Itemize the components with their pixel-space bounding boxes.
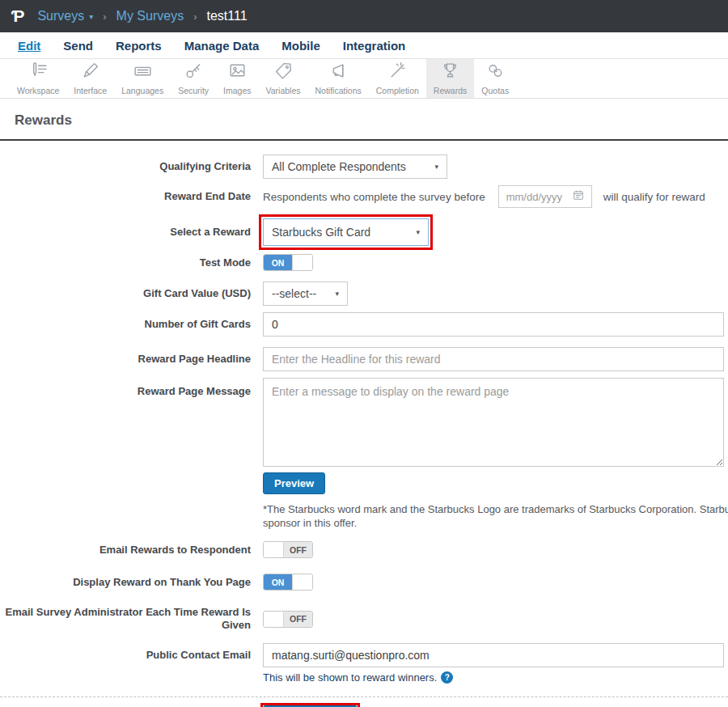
toggle-knob: [292, 255, 312, 270]
preview-button[interactable]: Preview: [263, 472, 325, 494]
breadcrumb-surveys[interactable]: Surveys: [37, 9, 84, 23]
qualifying-criteria-select[interactable]: All Complete Respondents ▾: [263, 155, 447, 179]
num-gift-cards-label: Number of Gift Cards: [0, 318, 251, 331]
calendar-icon[interactable]: [573, 189, 584, 204]
email-admin-row: Email Survey Administrator Each Time Rew…: [0, 606, 728, 632]
select-reward-row: Select a Reward Starbucks Gift Card ▾: [0, 214, 728, 250]
tab-manage-data[interactable]: Manage Data: [173, 39, 271, 53]
pen-icon: [80, 61, 100, 84]
chevron-down-icon[interactable]: ▾: [89, 12, 93, 21]
toolbar-item-security[interactable]: Security: [171, 59, 216, 98]
end-date-input[interactable]: mm/dd/yyyy: [498, 185, 592, 208]
help-question-icon[interactable]: ?: [441, 671, 453, 684]
message-row: Reward Page Message: [0, 378, 728, 467]
qualifying-criteria-row: Qualifying Criteria All Complete Respond…: [0, 155, 728, 179]
preview-row: Preview: [263, 472, 728, 494]
message-label: Reward Page Message: [0, 378, 251, 398]
gift-card-value-row: Gift Card Value (USD) --select-- ▾: [0, 282, 728, 306]
end-date-suffix-text: will qualify for reward: [603, 191, 705, 203]
pen-list-icon: [28, 61, 49, 84]
tab-send[interactable]: Send: [52, 39, 104, 53]
reward-end-date-label: Reward End Date: [0, 190, 251, 203]
toolbar-item-notifications[interactable]: Notifications: [308, 59, 369, 98]
toolbar-item-rewards[interactable]: Rewards: [426, 59, 474, 98]
message-textarea[interactable]: [263, 378, 724, 467]
megaphone-icon: [328, 61, 349, 84]
display-reward-label: Display Reward on Thank You Page: [0, 576, 251, 589]
key-icon: [184, 61, 204, 84]
starbucks-disclaimer: *The Starbucks word mark and the Starbuc…: [263, 502, 728, 530]
chevron-down-icon: ▾: [335, 290, 339, 298]
keyboard-icon: [133, 61, 153, 84]
chevron-down-icon: ▾: [416, 228, 420, 236]
toggle-knob: [264, 542, 284, 557]
select-reward-label: Select a Reward: [0, 226, 251, 239]
toggle-knob: [292, 574, 312, 590]
image-icon: [227, 61, 248, 84]
reward-end-date-row: Reward End Date Respondents who complete…: [0, 185, 728, 208]
tag-icon: [273, 61, 294, 84]
bottom-dashed-divider: [0, 696, 728, 697]
headline-row: Reward Page Headline: [0, 347, 728, 371]
select-reward-select[interactable]: Starbucks Gift Card ▾: [263, 218, 429, 246]
public-email-input[interactable]: [263, 643, 724, 667]
app-header: Ƥ Surveys ▾ › My Surveys › test111: [0, 0, 728, 32]
num-gift-cards-input[interactable]: [263, 312, 724, 337]
toolbar-item-quotas[interactable]: Quotas: [474, 59, 516, 98]
tab-mobile[interactable]: Mobile: [270, 39, 332, 53]
toolbar-item-images[interactable]: Images: [216, 59, 258, 98]
toolbar-item-completion[interactable]: Completion: [369, 59, 426, 98]
breadcrumb-survey-name: test111: [207, 9, 248, 23]
display-reward-toggle[interactable]: ON: [263, 574, 313, 591]
headline-label: Reward Page Headline: [0, 353, 251, 366]
gift-card-value-select[interactable]: --select-- ▾: [263, 282, 348, 306]
breadcrumb-my-surveys[interactable]: My Surveys: [116, 9, 184, 23]
page-title: Rewards: [0, 99, 728, 139]
red-annotation-box: Starbucks Gift Card ▾: [259, 214, 433, 250]
email-admin-toggle[interactable]: OFF: [263, 611, 313, 628]
rewards-form: Qualifying Criteria All Complete Respond…: [0, 141, 728, 707]
toolbar-item-variables[interactable]: Variables: [259, 59, 308, 98]
test-mode-row: Test Mode ON: [0, 254, 728, 271]
gift-card-value-label: Gift Card Value (USD): [0, 287, 251, 300]
magic-wand-icon: [387, 61, 408, 84]
red-annotation-box: Save Changes: [260, 703, 360, 707]
qualifying-criteria-label: Qualifying Criteria: [0, 160, 251, 173]
tab-reports[interactable]: Reports: [104, 39, 173, 53]
test-mode-label: Test Mode: [0, 256, 251, 269]
end-date-prefix-text: Respondents who complete the survey befo…: [263, 191, 485, 203]
breadcrumb-separator-icon: ›: [103, 11, 106, 23]
email-admin-label: Email Survey Administrator Each Time Rew…: [0, 606, 251, 632]
display-reward-row: Display Reward on Thank You Page ON: [0, 574, 728, 591]
toolbar-item-languages[interactable]: Languages: [114, 59, 171, 98]
toolbar-item-interface[interactable]: Interface: [66, 59, 114, 98]
breadcrumb-separator-icon: ›: [193, 11, 197, 23]
email-rewards-toggle[interactable]: OFF: [263, 541, 313, 558]
main-tab-bar: Edit Send Reports Manage Data Mobile Int…: [0, 32, 728, 59]
num-gift-cards-row: Number of Gift Cards: [0, 312, 728, 337]
email-rewards-label: Email Rewards to Respondent: [0, 544, 251, 557]
chain-links-icon: [485, 61, 506, 84]
public-email-label: Public Contact Email: [0, 649, 251, 662]
headline-input[interactable]: [263, 347, 724, 371]
public-email-row: Public Contact Email: [0, 643, 728, 667]
test-mode-toggle[interactable]: ON: [263, 254, 313, 271]
questionpro-logo-icon[interactable]: Ƥ: [11, 6, 24, 26]
public-email-helper: This will be shown to reward winners. ?: [263, 671, 728, 684]
email-rewards-row: Email Rewards to Respondent OFF: [0, 541, 728, 558]
tab-edit[interactable]: Edit: [6, 39, 52, 53]
chevron-down-icon: ▾: [434, 163, 438, 171]
trophy-icon: [440, 61, 460, 84]
edit-section-toolbar: Workspace Interface Languages Security I…: [0, 59, 728, 99]
tab-integration[interactable]: Integration: [332, 39, 417, 53]
toggle-knob: [264, 612, 284, 627]
toolbar-item-workspace[interactable]: Workspace: [10, 59, 66, 98]
